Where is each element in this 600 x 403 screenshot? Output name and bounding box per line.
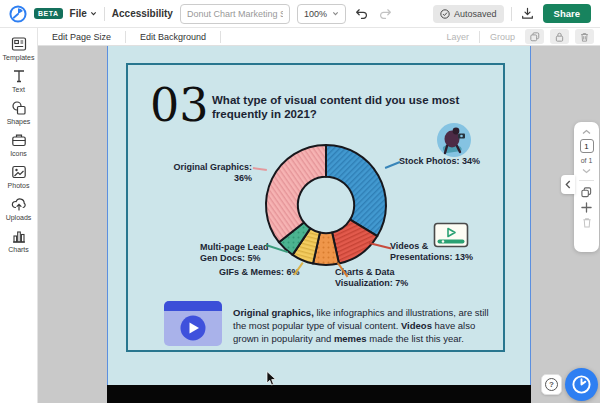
briefcase-icon: [11, 132, 27, 148]
chevron-left-icon: [565, 180, 571, 189]
lock-icon: [555, 32, 564, 42]
context-toolbar: Edit Page Size Edit Background Layer Gro…: [38, 28, 600, 46]
slide-number-text[interactable]: 03: [150, 82, 209, 128]
add-page-icon[interactable]: [581, 202, 592, 213]
help-button[interactable]: ?: [541, 374, 562, 395]
edit-background-button[interactable]: Edit Background: [126, 28, 220, 45]
chart-label-original-graphics[interactable]: Original Graphics: 36%: [156, 162, 252, 185]
divider: [511, 7, 512, 21]
design-canvas[interactable]: 03 What type of visual content did you u…: [38, 46, 600, 403]
check-circle-icon: [440, 9, 450, 19]
top-toolbar: BETA File Accessibility 100%: [0, 0, 600, 28]
divider: [579, 180, 594, 181]
autosaved-status: Autosaved: [433, 5, 504, 23]
question-mark-icon: ?: [545, 378, 558, 391]
photographer-illustration[interactable]: [433, 120, 473, 160]
page-down-icon[interactable]: [582, 168, 591, 174]
templates-icon: [11, 36, 27, 52]
sidebar-item-icons[interactable]: Icons: [0, 132, 37, 157]
page-navigation-panel: 1 of 1: [574, 122, 599, 252]
sidebar-item-photos[interactable]: Photos: [0, 164, 37, 189]
sidebar-item-shapes[interactable]: Shapes: [0, 100, 37, 125]
duplicate-icon: [530, 32, 540, 42]
file-menu[interactable]: File: [70, 8, 97, 19]
chevron-down-icon: [90, 10, 97, 17]
undo-button[interactable]: [353, 6, 370, 21]
collapse-panel-button[interactable]: [561, 175, 575, 194]
delete-button[interactable]: [575, 29, 594, 44]
infographic-page[interactable]: 03 What type of visual content did you u…: [107, 46, 531, 385]
divider: [104, 7, 105, 21]
sidebar-item-text[interactable]: Text: [0, 68, 37, 93]
venngage-logo-icon[interactable]: [9, 5, 27, 23]
redo-icon: [379, 8, 392, 19]
trash-icon: [580, 32, 589, 42]
chart-label-charts-data[interactable]: Charts & Data Visualization: 7%: [335, 267, 408, 290]
brand-widget-button[interactable]: [565, 368, 598, 401]
beta-badge: BETA: [34, 8, 63, 19]
question-heading[interactable]: What type of visual content did you use …: [212, 93, 494, 122]
accessibility-menu[interactable]: Accessibility: [112, 8, 173, 19]
bar-chart-icon: [11, 228, 27, 244]
share-button[interactable]: Share: [543, 4, 591, 23]
page-up-icon[interactable]: [582, 129, 591, 135]
divider: [220, 31, 221, 43]
zoom-select[interactable]: 100%: [297, 4, 346, 24]
current-page-indicator[interactable]: 1: [580, 139, 594, 153]
undo-icon: [355, 8, 368, 19]
page-count-label: of 1: [581, 157, 593, 164]
photo-icon: [11, 164, 27, 180]
edit-page-size-button[interactable]: Edit Page Size: [38, 28, 125, 45]
chart-label-gifs-memes[interactable]: GIFs & Memes: 6%: [219, 267, 300, 278]
chevron-down-icon: [332, 10, 339, 17]
text-icon: [11, 68, 27, 84]
video-player-illustration[interactable]: [433, 222, 469, 249]
donut-chart[interactable]: [256, 135, 396, 275]
cloud-upload-icon: [11, 196, 27, 212]
sidebar-item-templates[interactable]: Templates: [0, 36, 37, 61]
duplicate-page-icon[interactable]: [581, 187, 592, 198]
document-title-input[interactable]: [180, 4, 290, 24]
delete-page-icon[interactable]: [582, 217, 592, 228]
download-button[interactable]: [519, 5, 536, 22]
lock-button[interactable]: [550, 29, 569, 44]
group-button[interactable]: Group: [486, 32, 519, 42]
layer-button[interactable]: Layer: [442, 32, 473, 42]
chart-label-multipage-docs[interactable]: Multi-page Lead Gen Docs: 5%: [200, 242, 269, 265]
footer-video-illustration[interactable]: [163, 300, 223, 347]
mouse-cursor: [266, 371, 277, 387]
donut-segment-5: [266, 145, 326, 242]
download-icon: [521, 7, 534, 20]
sidebar-item-uploads[interactable]: Uploads: [0, 196, 37, 221]
redo-button[interactable]: [377, 6, 394, 21]
left-sidebar: Templates Text Shapes Icons: [0, 28, 38, 403]
page-bottom-black-section[interactable]: [107, 385, 531, 403]
app-window: BETA File Accessibility 100%: [0, 0, 600, 403]
footer-paragraph[interactable]: Original graphics, like infographics and…: [233, 306, 503, 345]
shapes-icon: [11, 100, 27, 116]
sidebar-item-charts[interactable]: Charts: [0, 228, 37, 253]
duplicate-button[interactable]: [525, 29, 544, 44]
divider: [479, 31, 480, 43]
clock-logo-icon: [571, 374, 592, 395]
